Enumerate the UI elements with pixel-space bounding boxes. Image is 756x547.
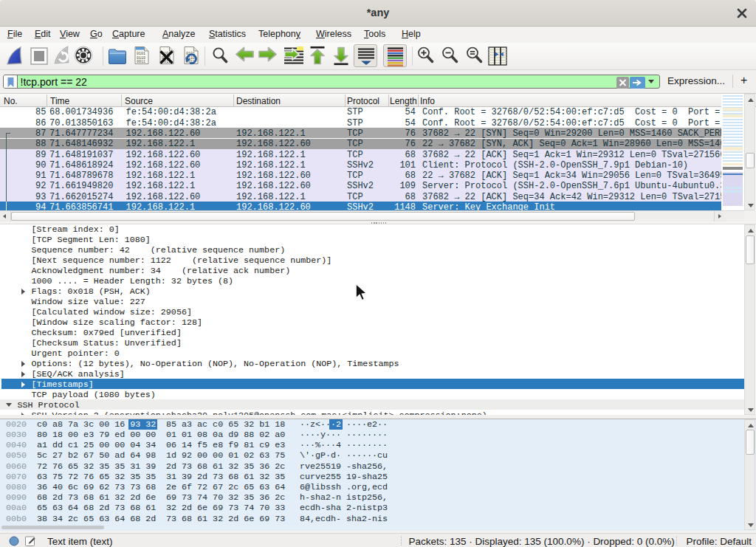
svg-text:0011: 0011	[137, 60, 145, 64]
